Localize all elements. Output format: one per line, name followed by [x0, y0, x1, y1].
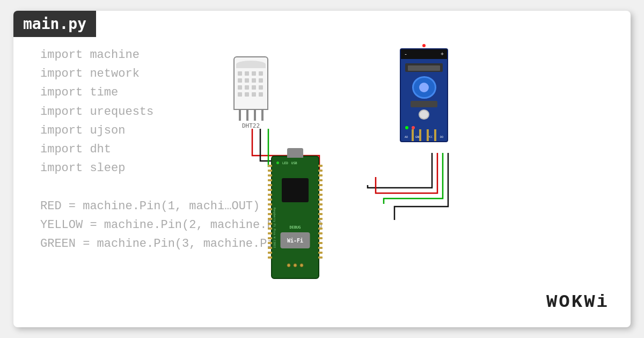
pico-pin-right-8 — [318, 199, 323, 201]
dht22-pin-2 — [246, 110, 248, 121]
pico-pin-right-10 — [318, 208, 323, 210]
pico-pin-left-2 — [268, 170, 272, 172]
pico-pin-left-12 — [268, 218, 272, 220]
pico-debug-label: DEBUG — [289, 225, 301, 230]
main-card: main.py import machine import network im… — [13, 11, 631, 327]
pico-led-area: LED USB — [276, 161, 297, 165]
pico-pin-right-20 — [318, 256, 323, 259]
pico-board: LED USB Raspberry Pi Pico W C2022 DEBUG … — [271, 156, 319, 279]
pico-led-label: LED — [282, 161, 288, 165]
pico-pin-right-6 — [318, 189, 323, 191]
dht22-cell — [259, 78, 263, 83]
pico-bottom-dots — [287, 263, 304, 267]
pico-pin-right-17 — [318, 242, 323, 244]
dht22-label: DHT22 — [242, 122, 260, 129]
pico-dot-1 — [287, 263, 291, 267]
pico-branding-text: Raspberry Pi Pico W C2022 — [273, 208, 276, 248]
pico-pin-right-3 — [318, 174, 323, 177]
dht22-cell — [245, 78, 249, 83]
pico-pin-right-1 — [318, 165, 323, 167]
pico-pin-left-6 — [268, 189, 272, 191]
pico-pin-left-15 — [268, 232, 272, 234]
pin-label-ao: AO — [405, 135, 408, 138]
dht22-cell — [238, 78, 242, 83]
dht22-cell — [252, 92, 256, 97]
dht22-cell — [259, 71, 263, 76]
pico-pin-right-12 — [318, 218, 323, 220]
sound-component-area — [404, 61, 444, 120]
dht22-cell — [252, 85, 256, 90]
pico-pin-right-18 — [318, 247, 323, 249]
dht22-sensor: DHT22 — [233, 56, 268, 129]
dht22-pins — [239, 110, 264, 121]
pico-pins-right — [318, 165, 323, 259]
wokwi-logo: WOKWi — [546, 290, 609, 312]
pico-pin-left-13 — [268, 223, 272, 225]
sound-board: - + AO GND VCC — [400, 48, 448, 142]
pico-pin-left-1 — [268, 165, 272, 167]
sound-circle-element — [412, 76, 436, 98]
pin-label-do: DO — [440, 135, 443, 138]
pico-pins-left — [268, 165, 272, 259]
pico-dot-2 — [294, 263, 297, 267]
pico-pin-right-19 — [318, 252, 323, 254]
sound-pin-1 — [412, 129, 414, 141]
title-bar: main.py — [13, 11, 96, 37]
pico-pin-left-17 — [268, 242, 272, 244]
pico-pin-left-18 — [268, 247, 272, 249]
dht22-pin-1 — [239, 110, 241, 121]
dht22-cell — [252, 78, 256, 83]
sound-pin-4 — [434, 129, 436, 141]
pico-dot-3 — [300, 263, 304, 267]
dht22-cell — [238, 85, 242, 90]
sound-led-red-top — [422, 44, 426, 47]
pico-pin-right-16 — [318, 237, 323, 239]
sound-top-bar: - + — [401, 49, 447, 59]
sound-pin-2 — [419, 129, 421, 141]
circuit-area: DHT22 — [201, 27, 604, 322]
pico-pin-right-9 — [318, 203, 323, 205]
pico-pin-right-5 — [318, 184, 323, 186]
sound-plus-label: + — [441, 52, 444, 57]
pico-pin-left-19 — [268, 252, 272, 254]
pico-pin-left-20 — [268, 256, 272, 259]
pico-wifi-label: Wi-Fi — [281, 232, 310, 248]
pico-pin-left-16 — [268, 237, 272, 239]
sound-circle-inner — [419, 83, 429, 92]
pico-pin-left-11 — [268, 213, 272, 215]
pico-pin-right-2 — [318, 170, 323, 172]
pico-pin-right-13 — [318, 223, 323, 225]
dht22-top — [236, 61, 266, 68]
dht22-cell — [252, 71, 256, 76]
sound-pin-3 — [427, 129, 429, 141]
pico-pin-left-14 — [268, 227, 272, 230]
sound-minus-label: - — [404, 52, 407, 57]
pico-led — [276, 161, 279, 164]
pico-usb-label: USB — [291, 161, 297, 165]
dht22-cell — [245, 92, 249, 97]
sound-pins — [412, 129, 436, 141]
dht22-cell — [245, 71, 249, 76]
pico-pin-left-7 — [268, 194, 272, 196]
wokwi-logo-text: WOKWi — [546, 292, 609, 312]
pico-usb-port — [287, 148, 303, 158]
pico-pin-left-5 — [268, 184, 272, 186]
dht22-cell — [259, 92, 263, 97]
sound-white-circle — [419, 109, 429, 120]
sound-green-led — [405, 126, 408, 129]
pico-pin-right-7 — [318, 194, 323, 196]
dht22-pin-3 — [254, 110, 256, 121]
pico-pin-left-9 — [268, 203, 272, 205]
sound-sensor-module: - + AO GND VCC — [400, 48, 448, 142]
pico-pin-right-15 — [318, 232, 323, 234]
dht22-cell — [245, 85, 249, 90]
pico-pin-right-14 — [318, 227, 323, 230]
pico-board-container: LED USB Raspberry Pi Pico W C2022 DEBUG … — [271, 156, 319, 279]
pico-pin-left-8 — [268, 199, 272, 201]
pico-pin-right-4 — [318, 179, 323, 181]
pico-pin-left-3 — [268, 174, 272, 177]
dht22-pin-4 — [261, 110, 264, 121]
dht22-body — [233, 56, 268, 110]
pico-pin-left-4 — [268, 179, 272, 181]
pico-rp2040-chip — [282, 178, 309, 202]
